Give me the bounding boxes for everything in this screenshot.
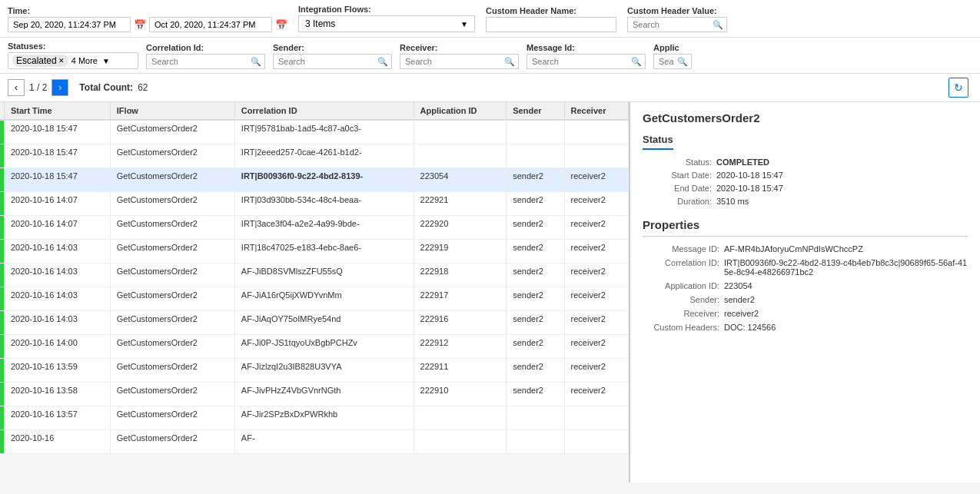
start-date-calendar-icon[interactable]: 📅 — [134, 19, 146, 31]
statuses-label: Statuses: — [8, 41, 138, 51]
message-id-search-icon: 🔍 — [631, 57, 642, 67]
col-start-time: Start Time — [5, 102, 111, 120]
message-id-prop-key: Message ID: — [643, 244, 719, 254]
end-date-value: 2020-10-18 15:47 — [716, 184, 783, 193]
sender-group: Sender: 🔍 — [273, 43, 392, 69]
search-icon: 🔍 — [713, 20, 723, 30]
correlation-search-icon: 🔍 — [251, 57, 261, 67]
receiver-prop-value: receiver2 — [724, 309, 759, 318]
correlation-id-prop-key: Correlation ID: — [643, 258, 719, 277]
correlation-id-label: Correlation Id: — [146, 43, 265, 52]
custom-header-name-label: Custom Header Name: — [486, 6, 616, 15]
correlation-id-input[interactable] — [146, 54, 265, 69]
custom-headers-prop-value: DOC: 124566 — [724, 323, 776, 332]
col-correlation-id: Correlation ID — [234, 102, 414, 120]
time-label: Time: — [8, 6, 287, 15]
custom-header-value-label: Custom Header Value: — [627, 6, 727, 15]
statuses-dropdown[interactable]: Escalated ✕ 4 More ▼ — [8, 52, 138, 69]
application-id-prop-value: 223054 — [724, 281, 752, 290]
custom-header-name-input[interactable] — [486, 17, 616, 32]
table-row[interactable]: 2020-10-18 15:47GetCustomersOrder2IRT|95… — [0, 120, 629, 144]
table-row[interactable]: 2020-10-16GetCustomersOrder2AF- — [0, 430, 629, 454]
escalated-tag: Escalated ✕ — [12, 55, 68, 67]
table-row[interactable]: 2020-10-16 13:57GetCustomersOrder2AF-Jir… — [0, 406, 629, 430]
table-row[interactable]: 2020-10-16 14:03GetCustomersOrder2AF-JiA… — [0, 287, 629, 311]
table-row[interactable]: 2020-10-18 15:47GetCustomersOrder2IRT|B0… — [0, 168, 629, 192]
table-row[interactable]: 2020-10-16 13:58GetCustomersOrder2AF-Jiv… — [0, 383, 629, 406]
duration-value: 3510 ms — [716, 197, 749, 206]
sender-prop-key: Sender: — [643, 295, 719, 304]
detail-panel: GetCustomersOrder2 Status Status: COMPLE… — [630, 102, 980, 482]
col-receiver: Receiver — [564, 102, 628, 120]
total-count-label: Total Count: — [79, 82, 133, 93]
sender-input[interactable] — [273, 54, 392, 69]
page-info: 1 / 2 — [29, 82, 47, 93]
end-date-key: End Date: — [643, 184, 712, 193]
integration-flows-value: 3 Items — [305, 18, 335, 29]
message-table: Start Time IFlow Correlation ID Applicat… — [0, 102, 630, 482]
sender-label: Sender: — [273, 43, 392, 52]
prev-page-button[interactable]: ‹ — [8, 79, 25, 96]
sender-search-icon: 🔍 — [377, 57, 388, 67]
message-id-label: Message Id: — [527, 43, 646, 52]
table-row[interactable]: 2020-10-16 14:03GetCustomersOrder2AF-JiA… — [0, 311, 629, 335]
integration-flows-group: Integration Flows: 3 Items ▼ — [298, 5, 475, 32]
application-id-group: Applic 🔍 — [653, 43, 692, 69]
appid-search-icon: 🔍 — [677, 57, 688, 67]
end-date-calendar-icon[interactable]: 📅 — [275, 19, 287, 31]
custom-headers-prop-key: Custom Headers: — [643, 323, 719, 332]
start-date-value: 2020-10-18 15:47 — [716, 171, 783, 180]
application-id-prop-key: Application ID: — [643, 281, 719, 290]
table-row[interactable]: 2020-10-16 13:59GetCustomersOrder2AF-Jiz… — [0, 359, 629, 383]
more-label: 4 More — [71, 56, 98, 65]
correlation-id-prop-value: IRT|B00936f0-9c22-4bd2-8139-c4b4eb7b8c3c… — [724, 258, 968, 277]
time-filter-group: Time: 📅 📅 — [8, 6, 287, 32]
start-date-input[interactable] — [8, 17, 131, 32]
table-row[interactable]: 2020-10-16 14:07GetCustomersOrder2IRT|3a… — [0, 216, 629, 240]
properties-title: Properties — [643, 218, 968, 231]
receiver-search-icon: 🔍 — [504, 57, 515, 67]
chevron-down-icon: ▼ — [102, 57, 110, 65]
detail-title: GetCustomersOrder2 — [643, 111, 968, 124]
escalated-tag-close-icon[interactable]: ✕ — [58, 57, 65, 65]
statuses-group: Statuses: Escalated ✕ 4 More ▼ — [8, 41, 138, 69]
status-section-label: Status — [643, 134, 673, 150]
table-row[interactable]: 2020-10-16 14:03GetCustomersOrder2IRT|18… — [0, 240, 629, 264]
end-date-input[interactable] — [149, 17, 272, 32]
message-id-input[interactable] — [527, 54, 646, 69]
chevron-down-icon: ▼ — [460, 20, 468, 28]
receiver-input[interactable] — [400, 54, 519, 69]
message-id-group: Message Id: 🔍 — [527, 43, 646, 69]
escalated-tag-text: Escalated — [16, 55, 57, 66]
custom-header-value-group: Custom Header Value: 🔍 — [627, 6, 727, 32]
correlation-id-group: Correlation Id: 🔍 — [146, 43, 265, 69]
next-page-button[interactable]: › — [51, 79, 68, 96]
col-iflow: IFlow — [110, 102, 234, 120]
status-key: Status: — [643, 157, 712, 167]
integration-flows-dropdown[interactable]: 3 Items ▼ — [298, 15, 475, 32]
table-row[interactable]: 2020-10-16 14:00GetCustomersOrder2AF-Ji0… — [0, 335, 629, 359]
table-row[interactable]: 2020-10-16 14:07GetCustomersOrder2IRT|03… — [0, 192, 629, 216]
table-row[interactable]: 2020-10-18 15:47GetCustomersOrder2IRT|2e… — [0, 144, 629, 168]
custom-header-name-group: Custom Header Name: — [486, 6, 616, 32]
application-id-label: Applic — [653, 43, 692, 52]
receiver-group: Receiver: 🔍 — [400, 43, 519, 69]
start-date-key: Start Date: — [643, 171, 712, 180]
message-id-prop-value: AF-MR4bJAforyuCmNPdIsWChccPZ — [724, 244, 863, 254]
receiver-label: Receiver: — [400, 43, 519, 52]
integration-flows-label: Integration Flows: — [298, 5, 475, 14]
status-value: COMPLETED — [716, 157, 769, 167]
col-sender: Sender — [507, 102, 564, 120]
receiver-prop-key: Receiver: — [643, 309, 719, 318]
duration-key: Duration: — [643, 197, 712, 206]
table-row[interactable]: 2020-10-16 14:03GetCustomersOrder2AF-JiB… — [0, 264, 629, 287]
sender-prop-value: sender2 — [724, 295, 755, 304]
col-application-id: Application ID — [414, 102, 507, 120]
total-count-value: 62 — [138, 82, 148, 93]
refresh-button[interactable]: ↻ — [948, 78, 968, 98]
